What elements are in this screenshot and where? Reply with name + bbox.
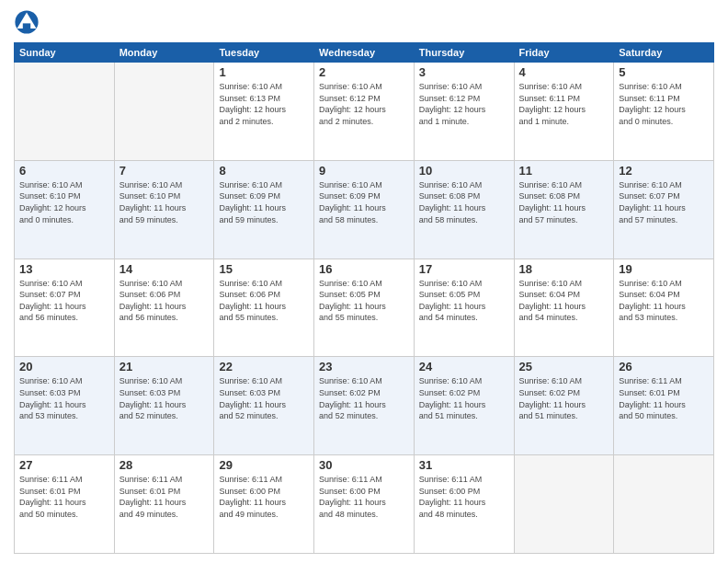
calendar-cell: 31Sunrise: 6:11 AM Sunset: 6:00 PM Dayli… (414, 455, 514, 554)
cell-info: Sunrise: 6:10 AM Sunset: 6:03 PM Dayligh… (119, 375, 210, 421)
weekday-header-saturday: Saturday (614, 43, 714, 63)
calendar-cell: 12Sunrise: 6:10 AM Sunset: 6:07 PM Dayli… (614, 160, 714, 259)
day-number: 30 (319, 458, 409, 472)
calendar-week-row: 20Sunrise: 6:10 AM Sunset: 6:03 PM Dayli… (15, 357, 714, 455)
cell-info: Sunrise: 6:10 AM Sunset: 6:10 PM Dayligh… (119, 179, 210, 225)
cell-info: Sunrise: 6:11 AM Sunset: 6:01 PM Dayligh… (19, 474, 109, 520)
cell-info: Sunrise: 6:10 AM Sunset: 6:07 PM Dayligh… (19, 278, 109, 324)
cell-info: Sunrise: 6:10 AM Sunset: 6:10 PM Dayligh… (19, 179, 109, 225)
logo (14, 9, 42, 35)
day-number: 8 (219, 164, 309, 178)
cell-info: Sunrise: 6:10 AM Sunset: 6:13 PM Dayligh… (219, 81, 309, 127)
calendar-cell (614, 455, 714, 554)
cell-info: Sunrise: 6:11 AM Sunset: 6:01 PM Dayligh… (119, 474, 210, 520)
cell-info: Sunrise: 6:10 AM Sunset: 6:08 PM Dayligh… (519, 179, 609, 225)
day-number: 3 (419, 65, 509, 79)
day-number: 6 (19, 164, 109, 178)
calendar-cell: 27Sunrise: 6:11 AM Sunset: 6:01 PM Dayli… (15, 455, 115, 554)
cell-info: Sunrise: 6:10 AM Sunset: 6:05 PM Dayligh… (419, 278, 509, 324)
calendar-cell: 30Sunrise: 6:11 AM Sunset: 6:00 PM Dayli… (314, 455, 415, 554)
day-number: 4 (519, 65, 609, 79)
weekday-header-sunday: Sunday (15, 43, 115, 63)
weekday-header-row: SundayMondayTuesdayWednesdayThursdayFrid… (15, 43, 714, 63)
cell-info: Sunrise: 6:10 AM Sunset: 6:02 PM Dayligh… (519, 375, 609, 421)
calendar-cell: 4Sunrise: 6:10 AM Sunset: 6:11 PM Daylig… (514, 63, 614, 161)
cell-info: Sunrise: 6:11 AM Sunset: 6:01 PM Dayligh… (619, 375, 709, 421)
day-number: 11 (519, 164, 609, 178)
day-number: 1 (219, 65, 309, 79)
header (14, 9, 714, 35)
day-number: 17 (419, 262, 509, 276)
cell-info: Sunrise: 6:10 AM Sunset: 6:09 PM Dayligh… (319, 179, 409, 225)
calendar-cell (514, 455, 614, 554)
calendar-week-row: 6Sunrise: 6:10 AM Sunset: 6:10 PM Daylig… (15, 160, 714, 259)
cell-info: Sunrise: 6:10 AM Sunset: 6:12 PM Dayligh… (419, 81, 509, 127)
calendar-cell: 19Sunrise: 6:10 AM Sunset: 6:04 PM Dayli… (614, 259, 714, 357)
calendar-cell: 22Sunrise: 6:10 AM Sunset: 6:03 PM Dayli… (214, 357, 314, 455)
logo-icon (14, 9, 40, 35)
cell-info: Sunrise: 6:10 AM Sunset: 6:05 PM Dayligh… (319, 278, 409, 324)
cell-info: Sunrise: 6:10 AM Sunset: 6:08 PM Dayligh… (419, 179, 509, 225)
calendar-week-row: 13Sunrise: 6:10 AM Sunset: 6:07 PM Dayli… (15, 259, 714, 357)
calendar-cell: 26Sunrise: 6:11 AM Sunset: 6:01 PM Dayli… (614, 357, 714, 455)
weekday-header-tuesday: Tuesday (214, 43, 314, 63)
calendar-table: SundayMondayTuesdayWednesdayThursdayFrid… (14, 42, 714, 554)
calendar-cell: 1Sunrise: 6:10 AM Sunset: 6:13 PM Daylig… (214, 63, 314, 161)
cell-info: Sunrise: 6:11 AM Sunset: 6:00 PM Dayligh… (319, 474, 409, 520)
cell-info: Sunrise: 6:10 AM Sunset: 6:07 PM Dayligh… (619, 179, 709, 225)
day-number: 22 (219, 360, 309, 373)
day-number: 27 (19, 458, 109, 472)
weekday-header-thursday: Thursday (414, 43, 514, 63)
day-number: 2 (319, 65, 409, 79)
calendar-cell: 5Sunrise: 6:10 AM Sunset: 6:11 PM Daylig… (614, 63, 714, 161)
calendar-cell: 14Sunrise: 6:10 AM Sunset: 6:06 PM Dayli… (114, 259, 214, 357)
cell-info: Sunrise: 6:10 AM Sunset: 6:12 PM Dayligh… (319, 81, 409, 127)
weekday-header-wednesday: Wednesday (314, 43, 415, 63)
day-number: 13 (19, 262, 109, 276)
day-number: 16 (319, 262, 409, 276)
calendar-cell: 25Sunrise: 6:10 AM Sunset: 6:02 PM Dayli… (514, 357, 614, 455)
cell-info: Sunrise: 6:10 AM Sunset: 6:04 PM Dayligh… (619, 278, 709, 324)
calendar-cell: 7Sunrise: 6:10 AM Sunset: 6:10 PM Daylig… (114, 160, 214, 259)
calendar-cell (15, 63, 115, 161)
day-number: 15 (219, 262, 309, 276)
day-number: 24 (419, 360, 509, 373)
calendar-cell: 15Sunrise: 6:10 AM Sunset: 6:06 PM Dayli… (214, 259, 314, 357)
calendar-cell: 8Sunrise: 6:10 AM Sunset: 6:09 PM Daylig… (214, 160, 314, 259)
calendar-cell: 13Sunrise: 6:10 AM Sunset: 6:07 PM Dayli… (15, 259, 115, 357)
day-number: 25 (519, 360, 609, 373)
calendar-cell: 9Sunrise: 6:10 AM Sunset: 6:09 PM Daylig… (314, 160, 415, 259)
cell-info: Sunrise: 6:10 AM Sunset: 6:11 PM Dayligh… (519, 81, 609, 127)
cell-info: Sunrise: 6:10 AM Sunset: 6:02 PM Dayligh… (319, 375, 409, 421)
day-number: 26 (619, 360, 709, 373)
cell-info: Sunrise: 6:10 AM Sunset: 6:09 PM Dayligh… (219, 179, 309, 225)
calendar-cell: 11Sunrise: 6:10 AM Sunset: 6:08 PM Dayli… (514, 160, 614, 259)
cell-info: Sunrise: 6:10 AM Sunset: 6:06 PM Dayligh… (119, 278, 210, 324)
day-number: 21 (119, 360, 210, 373)
day-number: 14 (119, 262, 210, 276)
calendar-cell: 10Sunrise: 6:10 AM Sunset: 6:08 PM Dayli… (414, 160, 514, 259)
cell-info: Sunrise: 6:10 AM Sunset: 6:04 PM Dayligh… (519, 278, 609, 324)
day-number: 12 (619, 164, 709, 178)
calendar-cell: 24Sunrise: 6:10 AM Sunset: 6:02 PM Dayli… (414, 357, 514, 455)
cell-info: Sunrise: 6:10 AM Sunset: 6:03 PM Dayligh… (219, 375, 309, 421)
day-number: 9 (319, 164, 409, 178)
day-number: 10 (419, 164, 509, 178)
calendar-week-row: 1Sunrise: 6:10 AM Sunset: 6:13 PM Daylig… (15, 63, 714, 161)
day-number: 5 (619, 65, 709, 79)
page: SundayMondayTuesdayWednesdayThursdayFrid… (0, 0, 728, 563)
cell-info: Sunrise: 6:10 AM Sunset: 6:11 PM Dayligh… (619, 81, 709, 127)
cell-info: Sunrise: 6:11 AM Sunset: 6:00 PM Dayligh… (419, 474, 509, 520)
calendar-cell: 29Sunrise: 6:11 AM Sunset: 6:00 PM Dayli… (214, 455, 314, 554)
weekday-header-friday: Friday (514, 43, 614, 63)
day-number: 31 (419, 458, 509, 472)
calendar-cell: 2Sunrise: 6:10 AM Sunset: 6:12 PM Daylig… (314, 63, 415, 161)
weekday-header-monday: Monday (114, 43, 214, 63)
day-number: 23 (319, 360, 409, 373)
day-number: 19 (619, 262, 709, 276)
svg-rect-2 (23, 23, 30, 29)
calendar-cell: 17Sunrise: 6:10 AM Sunset: 6:05 PM Dayli… (414, 259, 514, 357)
day-number: 18 (519, 262, 609, 276)
calendar-cell: 3Sunrise: 6:10 AM Sunset: 6:12 PM Daylig… (414, 63, 514, 161)
day-number: 20 (19, 360, 109, 373)
